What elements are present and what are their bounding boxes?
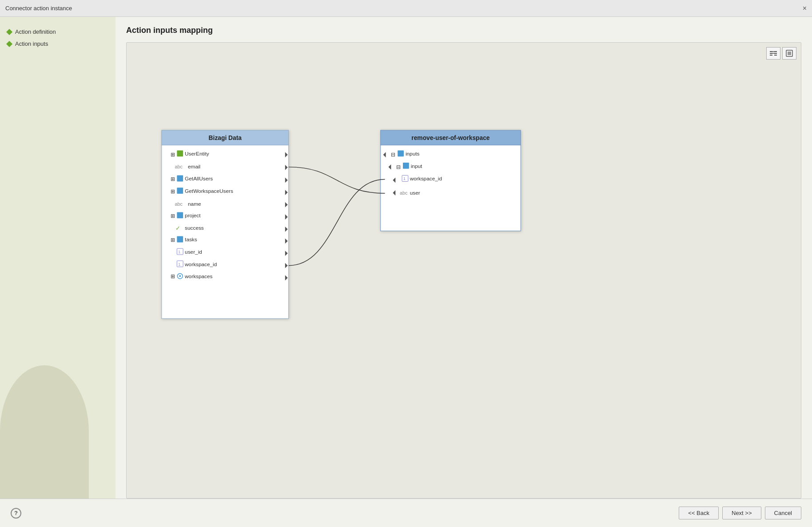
svg-text:⊟: ⊟ bbox=[391, 152, 395, 158]
sidebar-decoration bbox=[0, 365, 89, 499]
svg-rect-53 bbox=[381, 145, 521, 231]
svg-text:abc: abc bbox=[175, 164, 183, 169]
sidebar-item-action-definition[interactable]: Action definition bbox=[7, 26, 108, 38]
svg-rect-0 bbox=[770, 51, 772, 52]
svg-rect-11 bbox=[177, 150, 183, 156]
svg-text:1: 1 bbox=[403, 176, 406, 181]
mapping-container: Bizagi Data ⊞ UserEntity abc email ⊞ G bbox=[126, 42, 801, 499]
remove-user-workspace-title: remove-user-of-workspace bbox=[411, 135, 490, 141]
svg-text:input: input bbox=[411, 163, 422, 169]
svg-text:user: user bbox=[410, 190, 420, 196]
svg-text:tasks: tasks bbox=[185, 236, 197, 243]
bizagi-data-title: Bizagi Data bbox=[209, 135, 242, 141]
svg-rect-5 bbox=[774, 55, 777, 56]
footer-left: ? bbox=[11, 508, 21, 519]
svg-text:workspace_id: workspace_id bbox=[184, 261, 217, 267]
svg-text:GetWorkspaceUsers: GetWorkspaceUsers bbox=[185, 188, 233, 194]
svg-text:user_id: user_id bbox=[185, 249, 202, 255]
svg-text:1: 1 bbox=[178, 262, 180, 267]
svg-rect-2 bbox=[770, 55, 772, 56]
footer: ? << Back Next >> Cancel bbox=[0, 499, 812, 527]
cancel-button[interactable]: Cancel bbox=[765, 507, 801, 519]
content-area: Action inputs mapping bbox=[115, 17, 812, 499]
svg-text:abc: abc bbox=[400, 190, 408, 196]
svg-rect-4 bbox=[774, 53, 777, 54]
svg-text:⊞: ⊞ bbox=[171, 188, 175, 195]
svg-text:abc: abc bbox=[175, 201, 183, 207]
svg-text:⊞: ⊞ bbox=[171, 273, 175, 279]
svg-rect-60 bbox=[403, 163, 409, 169]
svg-text:✓: ✓ bbox=[175, 225, 180, 232]
sidebar-item-action-inputs[interactable]: Action inputs bbox=[7, 38, 108, 50]
svg-text:⊞: ⊞ bbox=[171, 152, 175, 158]
fit-view-button[interactable] bbox=[782, 47, 796, 60]
auto-layout-button[interactable] bbox=[766, 47, 780, 60]
title-bar: Connector action instance × bbox=[0, 0, 812, 17]
help-button[interactable]: ? bbox=[11, 508, 21, 519]
svg-text:inputs: inputs bbox=[406, 151, 420, 157]
mapping-toolbar bbox=[766, 47, 796, 60]
close-button[interactable]: × bbox=[803, 5, 807, 12]
svg-text:GetAllUsers: GetAllUsers bbox=[185, 176, 213, 182]
svg-rect-29 bbox=[177, 212, 183, 218]
sidebar-item-label: Action definition bbox=[15, 28, 56, 35]
bizagi-data-node: Bizagi Data ⊞ UserEntity abc email ⊞ G bbox=[162, 130, 289, 319]
svg-text:⊞: ⊞ bbox=[171, 237, 175, 243]
svg-text:workspaces: workspaces bbox=[184, 273, 212, 279]
svg-rect-18 bbox=[177, 176, 183, 182]
main-layout: Action definition Action inputs Action i… bbox=[0, 17, 812, 499]
svg-rect-7 bbox=[788, 52, 791, 55]
sidebar: Action definition Action inputs bbox=[0, 17, 115, 499]
diamond-icon-2 bbox=[6, 40, 12, 47]
svg-rect-3 bbox=[774, 51, 777, 52]
svg-rect-56 bbox=[398, 150, 404, 156]
title-bar-text: Connector action instance bbox=[5, 5, 72, 12]
svg-text:name: name bbox=[188, 201, 201, 207]
svg-text:1: 1 bbox=[178, 250, 180, 254]
footer-right: << Back Next >> Cancel bbox=[679, 507, 801, 519]
svg-text:UserEntity: UserEntity bbox=[185, 151, 209, 157]
svg-text:workspace_id: workspace_id bbox=[410, 176, 442, 182]
svg-text:success: success bbox=[185, 225, 204, 231]
back-button[interactable]: << Back bbox=[679, 507, 719, 519]
svg-text:⊞: ⊞ bbox=[171, 213, 175, 219]
svg-rect-36 bbox=[177, 236, 183, 243]
svg-rect-1 bbox=[770, 53, 772, 54]
svg-rect-22 bbox=[177, 188, 183, 194]
svg-text:email: email bbox=[188, 164, 200, 170]
page-title: Action inputs mapping bbox=[126, 26, 801, 35]
svg-text:⊞: ⊞ bbox=[171, 176, 175, 182]
svg-rect-9 bbox=[162, 145, 289, 319]
diamond-icon bbox=[6, 28, 12, 35]
svg-text:⊟: ⊟ bbox=[396, 164, 401, 170]
svg-point-49 bbox=[179, 275, 181, 277]
svg-text:project: project bbox=[185, 212, 201, 219]
mapping-canvas[interactable]: Bizagi Data ⊞ UserEntity abc email ⊞ G bbox=[127, 43, 801, 498]
sidebar-item-label-2: Action inputs bbox=[15, 40, 48, 47]
next-button[interactable]: Next >> bbox=[722, 507, 761, 519]
connection-email-user bbox=[289, 167, 385, 193]
remove-user-workspace-node: remove-user-of-workspace ⊟ inputs ⊟ inpu… bbox=[381, 130, 521, 231]
